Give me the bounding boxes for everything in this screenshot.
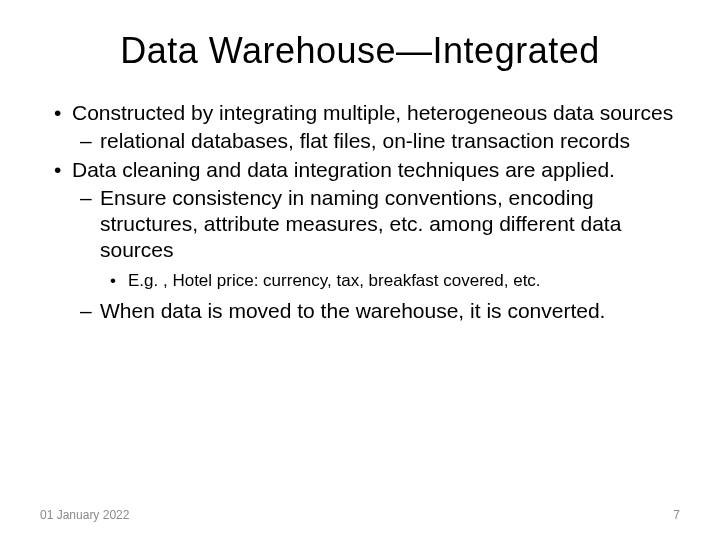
bullet-item: Data cleaning and data integration techn… bbox=[50, 157, 680, 183]
bullet-item: Ensure consistency in naming conventions… bbox=[50, 185, 680, 264]
bullet-item: relational databases, flat files, on-lin… bbox=[50, 128, 680, 154]
slide-content: Constructed by integrating multiple, het… bbox=[40, 100, 680, 324]
footer-page-number: 7 bbox=[673, 508, 680, 522]
slide-title: Data Warehouse—Integrated bbox=[40, 30, 680, 72]
slide-footer: 01 January 2022 7 bbox=[40, 508, 680, 522]
bullet-item: E.g. , Hotel price: currency, tax, break… bbox=[50, 270, 680, 292]
footer-date: 01 January 2022 bbox=[40, 508, 129, 522]
bullet-item: When data is moved to the warehouse, it … bbox=[50, 298, 680, 324]
slide: Data Warehouse—Integrated Constructed by… bbox=[0, 0, 720, 540]
bullet-item: Constructed by integrating multiple, het… bbox=[50, 100, 680, 126]
